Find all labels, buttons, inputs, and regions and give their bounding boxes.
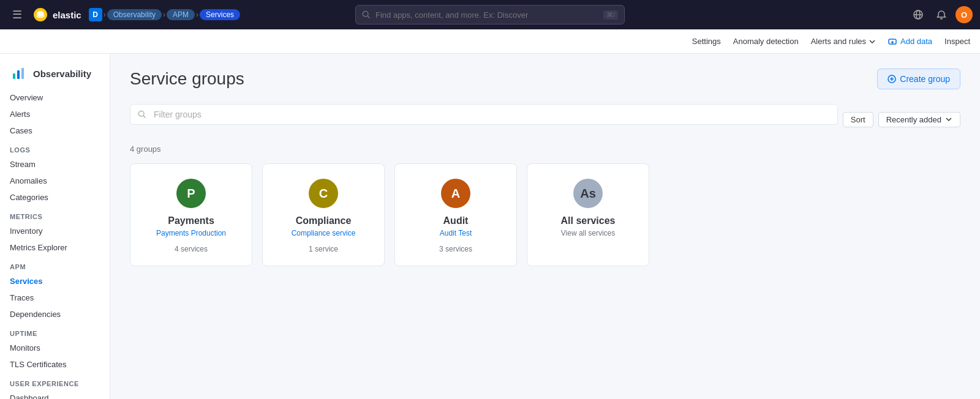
observability-icon bbox=[10, 65, 27, 82]
elastic-logo-icon bbox=[32, 6, 49, 23]
globe-icon bbox=[913, 10, 923, 20]
breadcrumb-separator-3: › bbox=[196, 10, 198, 19]
sidebar-item-cases[interactable]: Cases bbox=[0, 122, 110, 139]
card-avatar-compliance: C bbox=[309, 179, 338, 208]
svg-point-2 bbox=[36, 14, 45, 18]
bell-icon-button[interactable] bbox=[932, 6, 951, 24]
sidebar-section-user-experience: User Experience bbox=[0, 373, 110, 390]
breadcrumb-separator: › bbox=[104, 10, 106, 19]
sidebar-item-overview[interactable]: Overview bbox=[0, 89, 110, 106]
breadcrumb-item-services[interactable]: Services bbox=[200, 9, 240, 20]
breadcrumb-label-apm: APM bbox=[167, 9, 195, 20]
sidebar-item-services[interactable]: Services bbox=[0, 273, 110, 289]
svg-line-4 bbox=[368, 16, 369, 18]
card-name-compliance: Compliance bbox=[296, 215, 352, 226]
filter-row: Sort Recently added bbox=[130, 104, 960, 135]
top-bar-right-actions: O bbox=[909, 6, 973, 24]
anomaly-detection-link[interactable]: Anomaly detection bbox=[733, 37, 799, 46]
breadcrumb-item-d[interactable]: D bbox=[89, 8, 102, 21]
search-input-wrap: ⌘/ bbox=[355, 5, 625, 24]
global-search: ⌘/ bbox=[355, 5, 625, 24]
svg-rect-12 bbox=[17, 70, 20, 79]
sidebar-item-categories[interactable]: Categories bbox=[0, 189, 110, 206]
breadcrumb-separator-2: › bbox=[163, 10, 165, 19]
breadcrumb-badge-d: D bbox=[89, 8, 102, 21]
secondary-navigation-bar: Settings Anomaly detection Alerts and ru… bbox=[0, 29, 980, 54]
inspect-link[interactable]: Inspect bbox=[944, 37, 970, 46]
sidebar-item-stream[interactable]: Stream bbox=[0, 156, 110, 173]
hamburger-menu-button[interactable]: ☰ bbox=[7, 6, 27, 24]
alerts-and-rules-link[interactable]: Alerts and rules bbox=[811, 37, 876, 46]
sidebar-item-alerts[interactable]: Alerts bbox=[0, 106, 110, 122]
sidebar-section-logs: Logs bbox=[0, 139, 110, 156]
sidebar: Observability Overview Alerts Cases Logs… bbox=[0, 54, 110, 399]
page-title: Service groups bbox=[130, 69, 244, 89]
card-subtitle-audit: Audit Test bbox=[440, 229, 472, 237]
breadcrumb-label-services: Services bbox=[200, 9, 240, 20]
card-name-audit: Audit bbox=[443, 215, 469, 226]
settings-link[interactable]: Settings bbox=[692, 37, 721, 46]
database-icon bbox=[888, 37, 897, 46]
sidebar-item-dependencies[interactable]: Dependencies bbox=[0, 306, 110, 323]
sidebar-item-traces[interactable]: Traces bbox=[0, 289, 110, 306]
breadcrumb-item-observability[interactable]: Observability bbox=[107, 9, 162, 20]
card-subtitle-all-services: View all services bbox=[561, 229, 615, 237]
search-shortcut: ⌘/ bbox=[603, 10, 618, 20]
filter-bar bbox=[130, 104, 838, 125]
breadcrumb-label-observability: Observability bbox=[107, 9, 162, 20]
sort-dropdown[interactable]: Recently added bbox=[878, 112, 960, 127]
top-navigation-bar: ☰ elastic D › Observability › APM › Serv… bbox=[0, 0, 980, 29]
service-card-compliance[interactable]: C Compliance Compliance service 1 servic… bbox=[262, 163, 385, 266]
chevron-down-sort-icon bbox=[945, 116, 952, 123]
sidebar-section-metrics: Metrics bbox=[0, 206, 110, 223]
sidebar-item-tls-certificates[interactable]: TLS Certificates bbox=[0, 356, 110, 373]
card-avatar-all-services: As bbox=[573, 179, 603, 208]
card-subtitle-compliance: Compliance service bbox=[292, 229, 356, 237]
sort-button[interactable]: Sort bbox=[843, 112, 873, 127]
secondary-nav-links: Settings Anomaly detection Alerts and ru… bbox=[692, 37, 970, 46]
service-card-payments[interactable]: P Payments Payments Production 4 service… bbox=[130, 163, 252, 266]
service-card-all-services[interactable]: As All services View all services bbox=[527, 163, 649, 266]
breadcrumb-item-apm[interactable]: APM bbox=[167, 9, 195, 20]
elastic-logo-text: elastic bbox=[53, 10, 81, 20]
service-groups-grid: P Payments Payments Production 4 service… bbox=[130, 163, 960, 266]
sidebar-item-anomalies[interactable]: Anomalies bbox=[0, 173, 110, 189]
service-card-audit[interactable]: A Audit Audit Test 3 services bbox=[394, 163, 517, 266]
page-layout: Observability Overview Alerts Cases Logs… bbox=[0, 54, 980, 399]
main-content: Service groups Create group Sort bbox=[110, 54, 980, 399]
globe-icon-button[interactable] bbox=[909, 6, 927, 24]
create-group-button[interactable]: Create group bbox=[877, 69, 960, 89]
card-subtitle-payments: Payments Production bbox=[156, 229, 226, 237]
sidebar-section-uptime: Uptime bbox=[0, 323, 110, 340]
groups-count: 4 groups bbox=[130, 144, 960, 154]
sidebar-item-dashboard[interactable]: Dashboard bbox=[0, 390, 110, 399]
filter-groups-input[interactable] bbox=[154, 110, 830, 119]
svg-rect-11 bbox=[13, 73, 15, 79]
card-name-all-services: All services bbox=[561, 215, 616, 226]
elastic-logo: elastic bbox=[32, 6, 81, 23]
page-header: Service groups Create group bbox=[130, 69, 960, 89]
sidebar-logo-area: Observability bbox=[0, 59, 110, 89]
card-avatar-payments: P bbox=[176, 179, 206, 208]
plus-circle-icon bbox=[888, 75, 896, 83]
search-icon bbox=[362, 10, 371, 19]
sidebar-section-apm: APM bbox=[0, 256, 110, 273]
breadcrumb: D › Observability › APM › Services bbox=[89, 8, 240, 21]
sidebar-item-inventory[interactable]: Inventory bbox=[0, 223, 110, 239]
user-avatar-button[interactable]: O bbox=[956, 6, 973, 23]
card-name-payments: Payments bbox=[168, 215, 214, 226]
filter-search-icon bbox=[138, 110, 146, 119]
sidebar-title: Observability bbox=[33, 69, 91, 79]
search-input[interactable] bbox=[375, 10, 598, 20]
sidebar-item-metrics-explorer[interactable]: Metrics Explorer bbox=[0, 239, 110, 256]
bell-icon bbox=[937, 10, 946, 20]
chevron-down-icon bbox=[869, 38, 876, 45]
sidebar-item-monitors[interactable]: Monitors bbox=[0, 340, 110, 356]
card-count-payments: 4 services bbox=[175, 245, 208, 253]
card-avatar-audit: A bbox=[441, 179, 470, 208]
card-count-audit: 3 services bbox=[439, 245, 472, 253]
card-count-compliance: 1 service bbox=[309, 245, 338, 253]
svg-rect-13 bbox=[21, 68, 24, 79]
svg-line-18 bbox=[143, 116, 145, 117]
add-data-button[interactable]: Add data bbox=[888, 37, 932, 46]
